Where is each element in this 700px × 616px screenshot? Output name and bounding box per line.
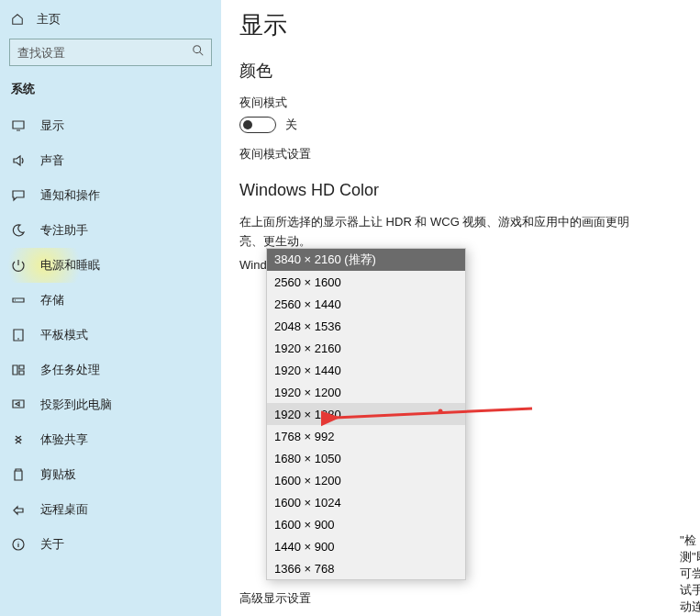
color-section-header: 颜色: [239, 60, 682, 82]
resolution-option-0[interactable]: 3840 × 2160 (推荐): [267, 249, 465, 271]
sidebar-item-label: 关于: [40, 536, 64, 553]
resolution-dropdown[interactable]: 3840 × 2160 (推荐)2560 × 16002560 × 144020…: [266, 248, 466, 580]
home-label: 主页: [37, 11, 61, 28]
resolution-option-2[interactable]: 2560 × 1440: [267, 293, 465, 315]
sidebar-item-label: 声音: [40, 152, 64, 169]
notification-icon: [11, 188, 26, 203]
home-icon: [11, 13, 24, 26]
sidebar-item-11[interactable]: 远程桌面: [0, 492, 221, 527]
sidebar-item-12[interactable]: 关于: [0, 527, 221, 562]
section-header: 系统: [0, 75, 221, 108]
sidebar-item-4[interactable]: 电源和睡眠: [0, 248, 221, 283]
nav-list: 显示声音通知和操作专注助手电源和睡眠存储平板模式多任务处理投影到此电脑体验共享剪…: [0, 108, 221, 562]
remote-icon: [11, 502, 26, 517]
sidebar-item-label: 通知和操作: [40, 187, 100, 204]
search-icon: [192, 44, 205, 61]
resolution-option-12[interactable]: 1600 × 900: [267, 513, 465, 535]
resolution-option-13[interactable]: 1440 × 900: [267, 535, 465, 557]
resolution-option-8[interactable]: 1768 × 992: [267, 425, 465, 447]
sidebar-item-0[interactable]: 显示: [0, 108, 221, 143]
sidebar-item-label: 显示: [40, 118, 64, 134]
resolution-option-7[interactable]: 1920 × 1080: [267, 403, 465, 425]
resolution-option-4[interactable]: 1920 × 2160: [267, 337, 465, 359]
sidebar-item-7[interactable]: 多任务处理: [0, 353, 221, 387]
night-mode-state: 关: [285, 117, 297, 133]
sidebar-item-2[interactable]: 通知和操作: [0, 178, 221, 213]
resolution-option-14[interactable]: 1366 × 768: [267, 557, 465, 579]
sidebar-item-label: 体验共享: [40, 431, 88, 448]
speaker-icon: [11, 153, 26, 168]
sidebar-item-label: 投影到此电脑: [40, 397, 112, 413]
sidebar-item-10[interactable]: 剪贴板: [0, 457, 221, 492]
sidebar-item-8[interactable]: 投影到此电脑: [0, 387, 221, 422]
home-link[interactable]: 主页: [0, 4, 221, 35]
resolution-option-11[interactable]: 1600 × 1024: [267, 491, 465, 513]
sidebar-item-1[interactable]: 声音: [0, 143, 221, 178]
storage-icon: [11, 293, 26, 308]
night-mode-row: 关: [239, 117, 682, 133]
night-mode-toggle[interactable]: [239, 117, 276, 133]
settings-sidebar: 主页 系统 显示声音通知和操作专注助手电源和睡眠存储平板模式多任务处理投影到此电…: [0, 0, 221, 616]
advanced-display-settings-link[interactable]: 高级显示设置: [239, 590, 311, 607]
info-icon: [11, 537, 26, 552]
power-icon: [11, 258, 26, 273]
share-icon: [11, 432, 26, 447]
sidebar-item-label: 远程桌面: [40, 501, 88, 518]
resolution-option-5[interactable]: 1920 × 1440: [267, 359, 465, 381]
sidebar-item-9[interactable]: 体验共享: [0, 422, 221, 457]
night-mode-settings-link[interactable]: 夜间模式设置: [239, 146, 682, 162]
sidebar-item-label: 剪贴板: [40, 466, 76, 483]
sidebar-item-label: 平板模式: [40, 327, 88, 343]
resolution-option-9[interactable]: 1680 × 1050: [267, 447, 465, 469]
clipboard-icon: [11, 467, 26, 482]
night-mode-label: 夜间模式: [239, 95, 682, 111]
sidebar-item-label: 电源和睡眠: [40, 257, 100, 274]
detect-hint-text: "检测"即可尝试手动连接。: [680, 532, 700, 616]
page-title: 显示: [239, 9, 682, 41]
sidebar-item-label: 多任务处理: [40, 362, 100, 378]
resolution-option-6[interactable]: 1920 × 1200: [267, 381, 465, 403]
resolution-option-3[interactable]: 2048 × 1536: [267, 315, 465, 337]
search-input[interactable]: [9, 39, 212, 66]
tablet-icon: [11, 328, 26, 342]
resolution-option-10[interactable]: 1600 × 1200: [267, 469, 465, 491]
sidebar-item-label: 存储: [40, 292, 64, 308]
moon-icon: [11, 223, 26, 238]
hd-color-description: 在上面所选择的显示器上让 HDR 和 WCG 视频、游戏和应用中的画面更明亮、更…: [239, 213, 643, 252]
sidebar-item-label: 专注助手: [40, 222, 88, 239]
toggle-knob: [243, 120, 252, 129]
sidebar-item-6[interactable]: 平板模式: [0, 318, 221, 353]
hd-color-header: Windows HD Color: [239, 181, 682, 200]
sidebar-item-5[interactable]: 存储: [0, 283, 221, 318]
search-wrap: [9, 39, 212, 66]
project-icon: [11, 398, 26, 412]
sidebar-item-3[interactable]: 专注助手: [0, 213, 221, 248]
monitor-icon: [11, 118, 26, 133]
resolution-option-1[interactable]: 2560 × 1600: [267, 271, 465, 293]
multitask-icon: [11, 363, 26, 377]
